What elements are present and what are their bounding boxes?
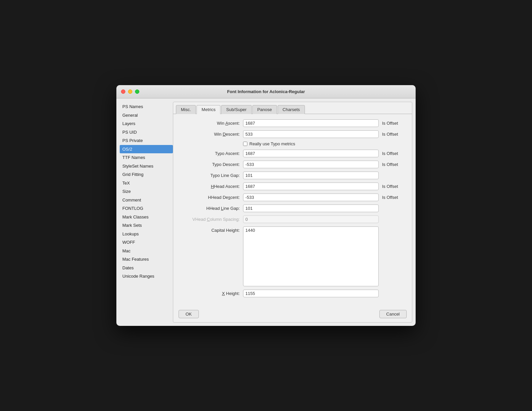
sidebar-item-comment[interactable]: Comment: [120, 196, 173, 205]
typo-line-gap-row: Typo Line Gap:: [180, 172, 405, 179]
minimize-button[interactable]: [128, 89, 132, 94]
typo-ascent-row: Typo Ascent: Is Offset: [180, 150, 405, 157]
hhead-ascent-is-offset: Is Offset: [382, 184, 405, 189]
win-ascent-input[interactable]: [243, 119, 379, 127]
vhead-column-spacing-label: VHead Column Spacing:: [180, 217, 240, 222]
capital-height-input[interactable]: 1440: [243, 226, 379, 286]
really-use-typo-label: Really use Typo metrics: [249, 141, 295, 146]
sidebar-item-mac[interactable]: Mac: [120, 247, 173, 255]
sidebar-item-mac-features[interactable]: Mac Features: [120, 255, 173, 264]
sidebar-item-ps-private[interactable]: PS Private: [120, 136, 173, 145]
cancel-button[interactable]: Cancel: [379, 310, 407, 318]
win-descent-is-offset: Is Offset: [382, 132, 405, 137]
typo-line-gap-label: Typo Line Gap:: [180, 173, 240, 178]
window-body: PS Names General Layers PS UID PS Privat…: [116, 98, 416, 326]
typo-descent-input[interactable]: [243, 161, 379, 168]
typo-line-gap-input[interactable]: [243, 172, 379, 179]
tab-misc[interactable]: Misc.: [176, 105, 196, 114]
win-ascent-row: Win Ascent: Is Offset: [180, 119, 405, 127]
hhead-ascent-row: HHead Ascent: Is Offset: [180, 183, 405, 190]
hhead-line-gap-input[interactable]: [243, 205, 379, 212]
capital-height-row: Capital Height: 1440: [180, 226, 405, 286]
hhead-ascent-label: HHead Ascent:: [180, 184, 240, 189]
hhead-line-gap-row: HHead Line Gap:: [180, 205, 405, 212]
hhead-ascent-input[interactable]: [243, 183, 379, 190]
sidebar-item-styleset-names[interactable]: StyleSet Names: [120, 162, 173, 171]
x-height-input[interactable]: [243, 290, 379, 297]
sidebar-item-size[interactable]: Size: [120, 187, 173, 196]
close-button[interactable]: [121, 89, 125, 94]
sidebar-item-fontlog[interactable]: FONTLOG: [120, 204, 173, 213]
capital-height-label: Capital Height:: [180, 228, 240, 233]
sidebar-item-grid-fitting[interactable]: Grid Fitting: [120, 170, 173, 179]
typo-ascent-input[interactable]: [243, 150, 379, 157]
win-ascent-is-offset: Is Offset: [382, 121, 405, 126]
really-use-typo-checkbox[interactable]: [243, 142, 247, 146]
tab-sub-super[interactable]: Sub/Super: [221, 105, 251, 114]
sidebar-item-general[interactable]: General: [120, 111, 173, 120]
typo-descent-row: Typo Descent: Is Offset: [180, 161, 405, 168]
hhead-descent-row: HHead Descent: Is Offset: [180, 194, 405, 201]
sidebar-item-layers[interactable]: Layers: [120, 119, 173, 128]
hhead-descent-label: HHead Descent:: [180, 195, 240, 200]
sidebar-item-dates[interactable]: Dates: [120, 264, 173, 272]
sidebar: PS Names General Layers PS UID PS Privat…: [120, 102, 173, 323]
really-use-typo-row: Really use Typo metrics: [180, 141, 405, 146]
typo-ascent-is-offset: Is Offset: [382, 151, 405, 156]
tab-metrics[interactable]: Metrics: [197, 105, 220, 114]
x-height-label: X Height:: [180, 291, 240, 296]
sidebar-item-unicode-ranges[interactable]: Unicode Ranges: [120, 272, 173, 281]
button-row: OK Cancel: [173, 306, 412, 322]
window-title: Font Information for Aclonica-Regular: [227, 89, 305, 94]
tab-bar: Misc. Metrics Sub/Super Panose Charsets: [173, 102, 412, 114]
win-descent-label: Win Descent:: [180, 132, 240, 137]
sidebar-item-lookups[interactable]: Lookups: [120, 230, 173, 238]
sidebar-item-ttf-names[interactable]: TTF Names: [120, 153, 173, 162]
x-height-row: X Height:: [180, 290, 405, 297]
typo-ascent-label: Typo Ascent:: [180, 151, 240, 156]
sidebar-item-ps-uid[interactable]: PS UID: [120, 128, 173, 137]
win-ascent-label: Win Ascent:: [180, 121, 240, 126]
window-controls: [121, 89, 139, 94]
metrics-tab-content: Win Ascent: Is Offset Win Descent: Is Of…: [173, 114, 412, 306]
main-content: Misc. Metrics Sub/Super Panose Charsets …: [173, 102, 412, 323]
typo-descent-is-offset: Is Offset: [382, 162, 405, 167]
sidebar-item-tex[interactable]: TeX: [120, 179, 173, 188]
win-descent-input[interactable]: [243, 130, 379, 138]
tab-charsets[interactable]: Charsets: [278, 105, 305, 114]
sidebar-item-woff[interactable]: WOFF: [120, 238, 173, 247]
sidebar-item-ps-names[interactable]: PS Names: [120, 102, 173, 111]
win-descent-row: Win Descent: Is Offset: [180, 130, 405, 138]
sidebar-item-mark-classes[interactable]: Mark Classes: [120, 213, 173, 221]
hhead-descent-is-offset: Is Offset: [382, 195, 405, 200]
title-bar: Font Information for Aclonica-Regular: [116, 85, 416, 98]
tab-panose[interactable]: Panose: [252, 105, 277, 114]
typo-descent-label: Typo Descent:: [180, 162, 240, 167]
maximize-button[interactable]: [135, 89, 139, 94]
main-window: Font Information for Aclonica-Regular PS…: [116, 85, 416, 326]
sidebar-item-os2[interactable]: OS/2: [120, 145, 173, 154]
hhead-descent-input[interactable]: [243, 194, 379, 201]
vhead-column-spacing-row: VHead Column Spacing:: [180, 215, 405, 223]
sidebar-item-mark-sets[interactable]: Mark Sets: [120, 221, 173, 230]
ok-button[interactable]: OK: [179, 310, 199, 318]
vhead-column-spacing-input: [243, 215, 379, 223]
hhead-line-gap-label: HHead Line Gap:: [180, 206, 240, 211]
